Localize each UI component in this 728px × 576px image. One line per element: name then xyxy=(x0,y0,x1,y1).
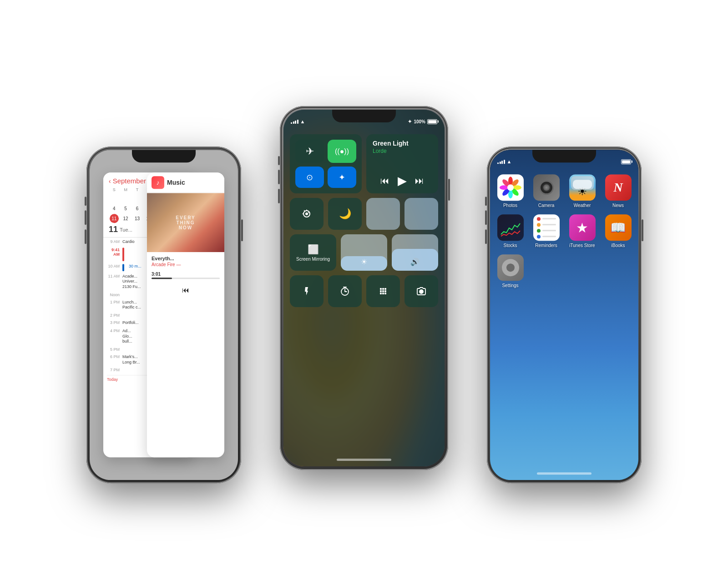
center-power-button[interactable] xyxy=(448,179,450,201)
wifi-icon: ▲ xyxy=(300,119,305,124)
music-progress-bar xyxy=(152,278,220,279)
volume-vertical-slider[interactable]: 🔊 xyxy=(392,234,438,271)
camera-icon xyxy=(533,174,560,201)
gear-outer xyxy=(502,259,519,276)
airplane-mode-button[interactable]: ✈ xyxy=(295,140,324,163)
weather-icon: ☀ xyxy=(569,174,596,201)
do-not-disturb-button[interactable]: 🌙 xyxy=(328,198,362,230)
center-volume-up-button[interactable] xyxy=(278,170,280,184)
settings-icon xyxy=(497,254,524,281)
news-icon: N xyxy=(605,174,632,201)
cellular-button[interactable]: ((●)) xyxy=(328,140,356,163)
center-volume-down-button[interactable] xyxy=(278,189,280,203)
cal-date: 4 xyxy=(110,204,119,213)
flashlight-button[interactable] xyxy=(290,275,324,307)
right-silent-button[interactable] xyxy=(485,197,487,206)
camera-label: Camera xyxy=(538,203,555,208)
stocks-app[interactable]: Stocks xyxy=(495,214,525,248)
scene: ‹ September S M T W T F S xyxy=(86,38,642,538)
brightness-vertical-slider[interactable]: ☀ xyxy=(341,234,387,271)
settings-app[interactable]: Settings xyxy=(495,254,525,288)
cal-date: 5 xyxy=(121,204,130,213)
photos-icon xyxy=(497,174,524,201)
cal-date: 12 xyxy=(121,214,130,223)
rewind-button[interactable]: ⏮ xyxy=(182,286,189,294)
cc-play-button[interactable]: ▶ xyxy=(398,174,407,188)
cc-bottom-buttons-row xyxy=(290,275,438,307)
weather-content: ☀ xyxy=(569,174,596,201)
app-grid: Photos Camera xyxy=(495,170,633,293)
cal-date-today[interactable]: 11 xyxy=(110,214,119,223)
ibooks-app[interactable]: 📖 iBooks xyxy=(603,214,633,248)
music-card: ♪ Music EVERYTHINGNOW Everyth... Arcade … xyxy=(147,172,224,457)
weather-label: Weather xyxy=(574,203,591,208)
stocks-label: Stocks xyxy=(503,243,517,248)
camera-bottom-button[interactable] xyxy=(404,275,438,307)
cc-music-card: Green Light Lorde ⏮ ▶ ⏭ xyxy=(366,134,438,193)
center-silent-button[interactable] xyxy=(278,156,280,165)
photos-app[interactable]: Photos xyxy=(495,174,525,208)
calculator-button[interactable] xyxy=(366,275,400,307)
news-letter-n: N xyxy=(613,180,622,195)
svg-rect-3 xyxy=(380,288,382,290)
weather-app[interactable]: ☀ Weather xyxy=(567,174,597,208)
volume-slider[interactable] xyxy=(404,198,438,230)
svg-rect-11 xyxy=(384,293,386,294)
power-button[interactable] xyxy=(241,219,243,241)
notch-center xyxy=(332,110,396,122)
camera-app[interactable]: Camera xyxy=(531,174,561,208)
brightness-slider[interactable] xyxy=(366,198,400,230)
reminders-app[interactable]: Reminders xyxy=(531,214,561,248)
reminders-icon xyxy=(533,214,560,241)
timer-button[interactable] xyxy=(328,275,362,307)
svg-rect-9 xyxy=(380,293,382,294)
music-controls[interactable]: ⏮ ▶ ⏭ xyxy=(373,170,432,188)
cal-date xyxy=(110,194,119,203)
svg-rect-8 xyxy=(384,290,386,292)
calendar-month: September xyxy=(113,177,146,185)
settings-label: Settings xyxy=(502,283,518,288)
cal-date: 13 xyxy=(133,214,142,223)
stocks-icon xyxy=(497,214,524,241)
center-phone-screen: ▲ ✦ 100% ✈ (( xyxy=(283,110,445,466)
itunes-icon: ★ xyxy=(569,214,596,241)
bluetooth-button[interactable]: ✦ xyxy=(328,167,356,188)
ibooks-icon: 📖 xyxy=(605,214,632,241)
notch-right xyxy=(532,150,596,162)
news-app[interactable]: N News xyxy=(603,174,633,208)
cal-date: 6 xyxy=(133,204,142,213)
cal-day-t1: T xyxy=(132,187,142,192)
volume-icon: 🔊 xyxy=(410,258,420,266)
cc-forward-button[interactable]: ⏭ xyxy=(415,176,424,186)
right-volume-down-button[interactable] xyxy=(485,229,487,244)
cal-day-s1: S xyxy=(109,187,119,192)
silent-button[interactable] xyxy=(85,197,86,206)
reminders-label: Reminders xyxy=(535,243,557,248)
left-phone: ‹ September S M T W T F S xyxy=(86,147,241,483)
music-playback-controls[interactable]: ⏮ xyxy=(147,283,224,298)
screen-mirroring-button[interactable]: ⬜ Screen Mirroring xyxy=(290,234,336,271)
cc-rewind-button[interactable]: ⏮ xyxy=(380,176,389,186)
brightness-icon: ☀ xyxy=(361,258,367,266)
wifi-button[interactable]: ⊙ xyxy=(295,167,324,188)
photos-label: Photos xyxy=(503,203,517,208)
right-phone-screen: ▲ xyxy=(490,150,638,480)
cal-date xyxy=(133,194,142,203)
orientation-lock-button[interactable] xyxy=(290,198,324,230)
calendar-back-arrow[interactable]: ‹ xyxy=(109,177,111,185)
news-label: News xyxy=(612,203,624,208)
itunes-app[interactable]: ★ iTunes Store xyxy=(567,214,597,248)
right-power-button[interactable] xyxy=(642,219,643,241)
music-track-artist: Arcade Fire — xyxy=(152,262,220,267)
volume-down-button[interactable] xyxy=(85,229,86,244)
music-track-title: Everyth... xyxy=(152,256,220,261)
right-signal-bars xyxy=(497,159,505,164)
svg-rect-7 xyxy=(382,290,384,292)
battery-icon xyxy=(427,119,437,124)
right-volume-up-button[interactable] xyxy=(485,210,487,225)
itunes-label: iTunes Store xyxy=(569,243,595,248)
svg-rect-6 xyxy=(380,290,382,292)
music-progress-fill xyxy=(152,278,172,279)
volume-up-button[interactable] xyxy=(85,210,86,225)
itunes-star-icon: ★ xyxy=(576,220,588,236)
